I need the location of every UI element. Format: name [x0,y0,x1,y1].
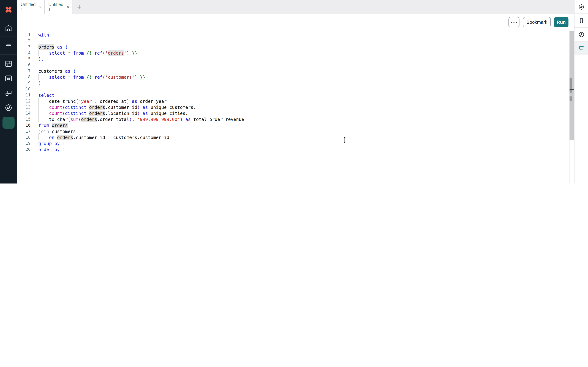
ellipsis-icon [511,22,517,23]
close-icon[interactable]: ✕ [67,5,70,9]
compass-icon [578,3,585,10]
notebook-terminal-active-tile [2,117,15,129]
left-sidebar [0,0,17,184]
tab-bar: Untitled 1 ✕ Untitled 1 ✕ + [17,0,574,14]
text-cursor-icon [340,136,349,144]
line-number: 15 [16,116,31,122]
tab-label: Untitled 1 [48,2,63,12]
code-line[interactable]: orders as ( [38,44,68,50]
code-line[interactable]: ) [38,80,41,86]
line-number: 5 [16,56,31,62]
app-window: Untitled 1 ✕ Untitled 1 ✕ + Bookmark Run… [0,0,588,184]
bookmark-button-label: Bookmark [526,19,547,25]
code-line[interactable]: select * from {{ ref('orders') }} [38,50,137,56]
sidebar-item-code-app[interactable] [0,74,17,83]
windows-icon [4,89,13,98]
line-number: 12 [16,98,31,104]
code-line[interactable]: with [38,32,49,38]
editor-scrollbar-thumb[interactable] [570,78,572,92]
run-button[interactable]: Run [554,17,569,27]
code-line[interactable]: join customers [38,128,76,134]
new-tab-button[interactable]: + [74,0,85,14]
hex-logo-icon[interactable] [4,5,13,14]
line-number: 2 [16,38,31,44]
scrollbar-cursor-marker [570,89,574,90]
code-line[interactable]: group by 1 [38,141,65,146]
divider [0,36,17,37]
code-line[interactable]: count(distinct orders.location_id) as un… [38,110,188,116]
line-number: 11 [16,92,31,98]
code-icon [4,74,13,83]
bookmark-button[interactable]: Bookmark [523,17,551,27]
sidebar-item-explore-compass[interactable] [0,104,17,112]
code-line[interactable]: customers as ( [38,68,76,74]
more-options-button[interactable] [509,17,519,27]
home-icon [4,24,13,32]
line-number: 9 [16,80,31,86]
line-number: 8 [16,74,31,80]
sidebar-item-collections-tray[interactable] [0,41,17,50]
line-number: 14 [16,110,31,116]
line-number: 20 [16,146,31,152]
rail-item-ai-assistant-chat[interactable] [574,42,588,55]
sidebar-item-apps-grid[interactable] [0,59,17,68]
tab-untitled-1[interactable]: Untitled 1 ✕ [17,0,45,14]
bookmark-icon [578,17,585,24]
grid-icon [4,59,13,68]
line-number: 10 [16,86,31,92]
code-line[interactable]: from orders [38,122,68,128]
line-number: 4 [16,50,31,56]
tab-label: Untitled 1 [21,2,36,12]
rail-item-history-clock[interactable] [574,28,588,42]
sidebar-item-home[interactable] [0,24,17,32]
right-sidebar [574,0,588,184]
text-caret [68,123,68,128]
line-number: 6 [16,62,31,68]
line-number: 17 [16,128,31,134]
ai-icon [578,45,585,52]
code-line[interactable]: ), [38,56,44,62]
line-number: 13 [16,104,31,110]
tray-icon [4,41,13,50]
line-number: 18 [16,134,31,141]
scrollbar-mark [570,96,572,101]
divider [0,54,17,55]
line-number: 16 [16,122,31,128]
line-number: 1 [16,32,31,38]
sidebar-item-components-windows[interactable] [0,89,17,98]
tab-untitled-1-secondary[interactable]: Untitled 1 ✕ [45,0,72,14]
code-line[interactable]: select * from {{ ref('customers') }} [38,74,145,80]
rail-item-bookmarks[interactable] [574,14,588,28]
rail-item-explore-compass[interactable] [574,0,588,14]
code-line[interactable]: on orders.customer_id = customers.custom… [38,134,169,141]
sql-editor[interactable]: 1with23orders as (4select * from {{ ref(… [0,30,569,184]
code-line[interactable]: count(distinct orders.customer_id) as un… [38,104,196,110]
toolbar: Bookmark Run [17,14,574,30]
line-number: 3 [16,44,31,50]
code-line[interactable]: date_trunc('year', ordered_at) as order_… [38,98,169,104]
compass-icon [4,104,13,112]
line-number: 7 [16,68,31,74]
active-line-highlight [35,122,569,128]
run-button-label: Run [557,19,566,25]
clock-icon [578,31,585,38]
line-number: 19 [16,141,31,146]
code-line[interactable]: to_char(sum(orders.order_total), '999,99… [38,116,244,122]
code-line[interactable]: order by 1 [38,146,65,152]
code-line[interactable]: select [38,92,54,98]
close-icon[interactable]: ✕ [39,5,42,9]
